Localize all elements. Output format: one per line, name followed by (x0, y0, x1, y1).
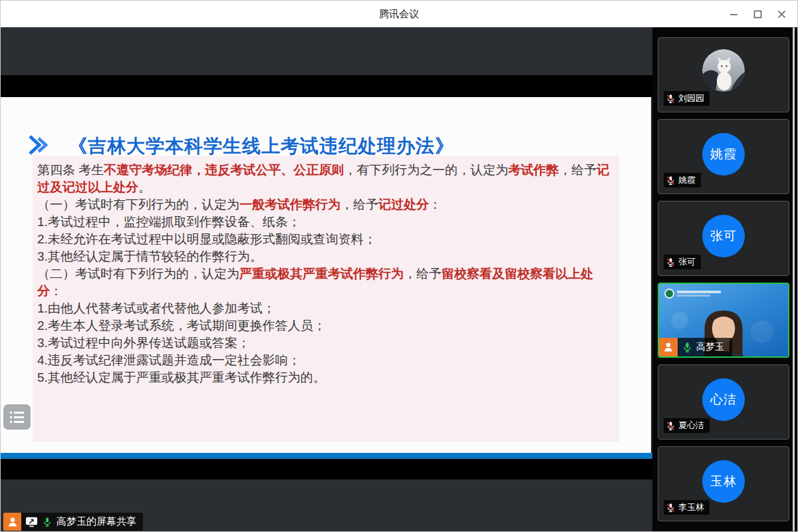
text-segment: 严重或极其严重考试作弊行为 (239, 267, 404, 281)
text-segment: 第四条 考生 (37, 163, 104, 177)
avatar: 姚霞 (702, 133, 745, 176)
participant-tile-active-speaker[interactable]: 高梦玉 (658, 283, 789, 358)
participant-tile[interactable]: 心洁 夏心洁 (658, 364, 789, 440)
close-button[interactable] (769, 2, 793, 26)
slide-paragraph: 4.违反考试纪律泄露试题并造成一定社会影响； (37, 352, 611, 369)
text-segment: ： (429, 198, 442, 211)
text-segment: 1.由他人代替考试或者代替他人参加考试； (37, 301, 275, 315)
slide-paragraph: 3.其他经认定属于情节较轻的作弊行为。 (37, 248, 611, 265)
text-segment: （二）考试时有下列行为的，认定为 (37, 267, 239, 281)
slide-paragraph: 3.考试过程中向外界传送试题或答案； (37, 334, 611, 352)
mic-on-icon (682, 342, 693, 353)
mic-on-icon (42, 517, 53, 527)
minimize-button[interactable] (722, 2, 745, 26)
participant-tile[interactable]: 姚霞 姚霞 (658, 119, 789, 194)
text-segment: 考试作弊 (508, 163, 559, 177)
text-segment: 1.考试过程中，监控端抓取到作弊设备、纸条； (37, 215, 301, 229)
text-segment: （一）考试时有下列行为的，认定为 (37, 198, 239, 211)
titlebar: 腾讯会议 (1, 1, 797, 27)
slide-bottom-rule (1, 453, 652, 459)
panel-scrollbar[interactable] (793, 27, 795, 531)
list-icon (10, 412, 24, 423)
agenda-list-button[interactable] (3, 404, 31, 430)
avatar: 玉林 (702, 460, 745, 503)
presentation-slide: 《吉林大学本科学生线上考试违纪处理办法》 第四条 考生不遵守考场纪律，违反考试公… (1, 97, 651, 453)
participant-name: 张可 (678, 256, 696, 268)
slide-paragraph: （一）考试时有下列行为的，认定为一般考试作弊行为，给予记过处分： (37, 196, 611, 213)
share-status-badge: 高梦玉的屏幕共享 (21, 513, 143, 531)
screen-share-indicator: 高梦玉的屏幕共享 (3, 513, 143, 531)
slide-paragraph: 2.考生本人登录考试系统，考试期间更换作答人员； (37, 317, 611, 334)
participants-panel: 刘园园 姚霞 姚霞 张可 (652, 27, 798, 532)
avatar: 心洁 (702, 378, 745, 421)
window-title: 腾讯会议 (1, 1, 797, 27)
mic-muted-icon (666, 94, 676, 104)
person-icon (662, 341, 674, 353)
text-segment: 一般考试作弊行为 (239, 198, 340, 211)
university-logo (664, 289, 721, 299)
active-name-bar: 高梦玉 (659, 338, 732, 356)
slide-paragraph: 1.由他人代替考试或者代替他人参加考试； (37, 300, 611, 317)
name-badge: 李玉林 (664, 500, 710, 515)
text-segment: ，有下列行为之一的，认定为 (344, 163, 508, 177)
text-segment: 不遵守考场纪律，违反考试公平、公正原则 (104, 163, 344, 177)
shared-screen-view: 《吉林大学本科学生线上考试违纪处理办法》 第四条 考生不遵守考场纪律，违反考试公… (1, 27, 652, 532)
name-badge: 姚霞 (664, 173, 701, 188)
text-segment: ，给予 (559, 163, 597, 177)
share-status-label: 高梦玉的屏幕共享 (57, 515, 136, 528)
text-segment: 4.违反考试纪律泄露试题并造成一定社会影响； (37, 353, 301, 367)
participant-name: 夏心洁 (678, 420, 704, 432)
slide-paragraph: 第四条 考生不遵守考场纪律，违反考试公平、公正原则，有下列行为之一的，认定为考试… (37, 162, 611, 196)
slide-paragraph: 2.未经允许在考试过程中以明显或隐蔽形式翻阅或查询资料； (37, 231, 611, 248)
name-badge: 刘园园 (664, 91, 710, 106)
text-segment: 。 (138, 180, 151, 194)
mic-muted-icon (666, 176, 676, 186)
screen-share-icon (25, 516, 38, 527)
participant-tile[interactable]: 玉林 李玉林 (658, 446, 789, 521)
participant-name: 刘园园 (678, 92, 704, 104)
participant-name: 高梦玉 (696, 341, 724, 353)
slide-paragraph: 5.其他经认定属于严重或极其严重考试作弊行为的。 (37, 369, 611, 386)
participant-name: 姚霞 (678, 174, 696, 186)
name-badge: 夏心洁 (664, 418, 710, 433)
text-segment: 记过处分 (378, 198, 429, 211)
avatar (702, 49, 745, 92)
participant-tile[interactable]: 刘园园 (658, 37, 789, 112)
cat-photo (702, 49, 745, 92)
slide-paragraph: 1.考试过程中，监控端抓取到作弊设备、纸条； (37, 213, 611, 231)
participant-tile[interactable]: 张可 张可 (658, 201, 789, 276)
text-segment: ： (50, 284, 63, 298)
text-segment: ，给予 (404, 267, 442, 281)
text-segment: 5.其他经认定属于严重或极其严重考试作弊行为的。 (37, 370, 326, 384)
text-segment: 3.考试过程中向外界传送试题或答案； (37, 336, 250, 350)
avatar: 张可 (702, 215, 745, 257)
maximize-button[interactable] (745, 2, 769, 26)
letterbox-top (1, 75, 652, 97)
text-segment: ，给予 (340, 198, 378, 211)
slide-paragraph: （二）考试时有下列行为的，认定为严重或极其严重考试作弊行为，给予留校察看及留校察… (37, 265, 611, 300)
mic-muted-icon (666, 421, 676, 431)
mic-muted-icon (666, 503, 676, 513)
text-segment: 3.其他经认定属于情节较轻的作弊行为。 (37, 249, 263, 263)
window-controls (722, 1, 793, 27)
name-badge: 张可 (664, 255, 701, 269)
participant-name: 李玉林 (678, 501, 704, 513)
app-window: 腾讯会议 《吉林大学本科学生线上考试违 (0, 0, 798, 532)
slide-body: 第四条 考生不遵守考场纪律，违反考试公平、公正原则，有下列行为之一的，认定为考试… (33, 156, 619, 442)
mic-muted-icon (666, 257, 676, 267)
text-segment: 2.未经允许在考试过程中以明显或隐蔽形式翻阅或查询资料； (37, 232, 376, 246)
sharing-badge (659, 338, 678, 356)
presenter-badge (3, 513, 21, 531)
text-segment: 2.考生本人登录考试系统，考试期间更换作答人员； (37, 319, 326, 332)
letterbox-bottom (1, 459, 652, 479)
person-icon (7, 516, 19, 528)
